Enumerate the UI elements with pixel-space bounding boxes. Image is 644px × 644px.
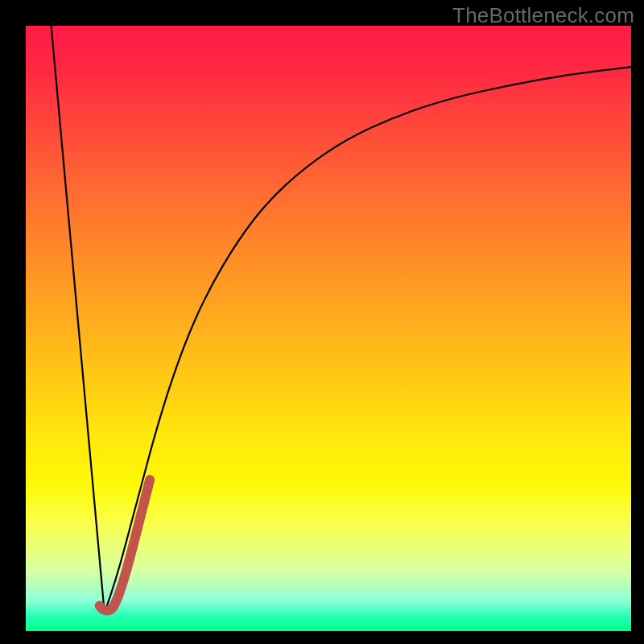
plot-area [26,26,631,631]
chart-svg [26,26,631,631]
watermark-text: TheBottleneck.com [452,3,634,28]
chart-frame: TheBottleneck.com [0,0,644,644]
curve-right-ascend [105,67,631,613]
curve-left-descent [52,26,105,613]
curve-layer [52,26,631,613]
